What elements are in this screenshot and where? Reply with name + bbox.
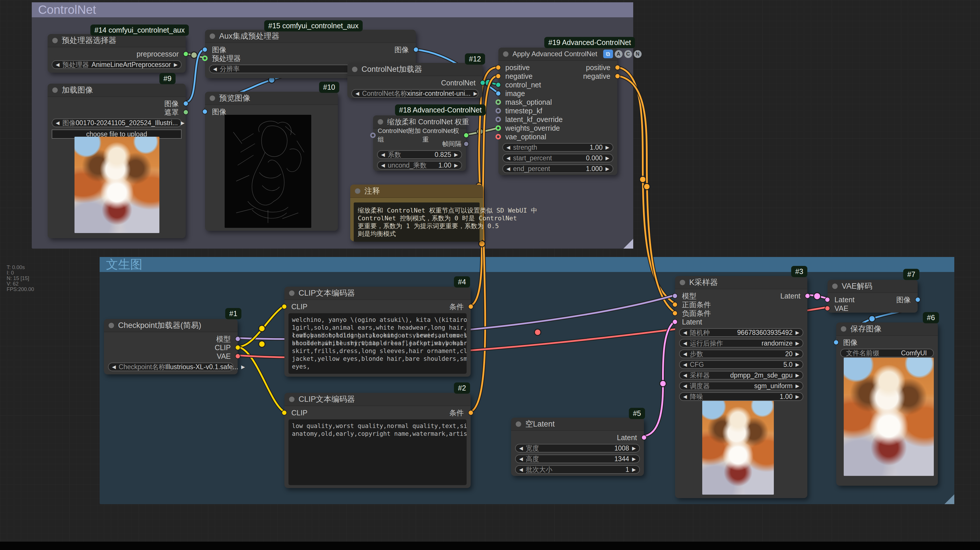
- arrow-left-icon[interactable]: ◀: [381, 152, 385, 158]
- slot-dot[interactable]: [235, 336, 240, 342]
- node-preprocessor-selector[interactable]: 预处理器选择器 preprocessor ◀ 预处理器 AnimeLineArt…: [48, 34, 186, 73]
- io-row[interactable]: 图像 图像: [205, 45, 416, 54]
- input-slot-negative[interactable]: 负面条件: [675, 309, 807, 317]
- arrow-right-icon[interactable]: ▶: [174, 62, 178, 68]
- node-header[interactable]: Checkpoint加载器(简易): [104, 319, 238, 332]
- widget-control-after-generate[interactable]: ◀ 运行后操作 randomize ▶: [679, 339, 803, 347]
- input-slot-mask-optional[interactable]: mask_optional: [498, 98, 617, 106]
- slot-dot[interactable]: [183, 51, 189, 57]
- arrow-right-icon[interactable]: ▶: [795, 351, 799, 357]
- widget-height[interactable]: ◀ 高度 1344 ▶: [515, 455, 640, 463]
- node-note[interactable]: 注释 缩放柔和 ControlNet 权重节点可以设置类似 SD WebUI 中…: [350, 185, 483, 241]
- arrow-left-icon[interactable]: ◀: [56, 120, 59, 126]
- widget-steps[interactable]: ◀ 步数 20 ▶: [679, 350, 803, 358]
- slot-dot[interactable]: [833, 340, 839, 345]
- arrow-left-icon[interactable]: ◀: [683, 330, 687, 336]
- arrow-right-icon[interactable]: ▶: [606, 144, 609, 151]
- slot-dot[interactable]: [495, 108, 501, 114]
- input-slot-timestep-kf[interactable]: timestep_kf: [498, 106, 617, 115]
- combo-preprocessor[interactable]: ◀ 预处理器 AnimeLineArtPreprocessor ▶: [52, 60, 181, 69]
- slot-dot[interactable]: [235, 345, 240, 350]
- widget-uncond-multiplier[interactable]: ◀ uncond_乘数 1.00 ▶: [377, 161, 462, 170]
- arrow-left-icon[interactable]: ◀: [519, 445, 523, 451]
- prompt-textarea[interactable]: low quality,worst quality,normal quality…: [288, 419, 467, 485]
- node-ksampler[interactable]: K采样器 模型 Latent 正面条件 负面条件 Latent ◀: [675, 276, 807, 498]
- output-slot-latent[interactable]: Latent: [511, 433, 644, 442]
- collapse-dot-icon[interactable]: [52, 38, 58, 43]
- node-header[interactable]: Apply Advanced ControlNet ⧉ A C N: [498, 48, 617, 61]
- slot-dot[interactable]: [825, 297, 830, 303]
- arrow-right-icon[interactable]: ▶: [474, 90, 477, 97]
- arrow-left-icon[interactable]: ◀: [683, 394, 687, 400]
- arrow-left-icon[interactable]: ◀: [506, 155, 510, 161]
- collapse-dot-icon[interactable]: [210, 33, 215, 39]
- slot-dot[interactable]: [672, 319, 678, 325]
- collapse-dot-icon[interactable]: [841, 326, 846, 332]
- io-row-latent-image[interactable]: Latent 图像: [827, 295, 918, 304]
- slot-dot[interactable]: [480, 80, 485, 86]
- slot-dot[interactable]: [495, 134, 501, 139]
- node-header[interactable]: Aux集成预处理器: [205, 30, 416, 43]
- node-clip-text-encode-negative[interactable]: CLIP文本编码器 CLIP 条件 low quality,worst qual…: [285, 393, 471, 488]
- input-slot-vae-optional[interactable]: vae_optional: [498, 132, 617, 141]
- arrow-right-icon[interactable]: ▶: [795, 372, 799, 379]
- arrow-right-icon[interactable]: ▶: [454, 152, 458, 158]
- widget-denoise[interactable]: ◀ 降噪 1.00 ▶: [679, 392, 803, 401]
- slot-dot[interactable]: [672, 293, 678, 299]
- slot-dot[interactable]: [495, 82, 501, 88]
- io-row-weights[interactable]: ControlNet附加组 ControlNet权重: [373, 131, 466, 139]
- output-slot-image[interactable]: 图像: [48, 99, 186, 108]
- node-header[interactable]: 预处理器选择器: [48, 34, 186, 47]
- widget-scheduler[interactable]: ◀ 调度器 sgm_uniform ▶: [679, 382, 803, 390]
- node-header[interactable]: 注释: [350, 185, 483, 198]
- input-slot-image[interactable]: image: [498, 89, 617, 98]
- arrow-right-icon[interactable]: ▶: [795, 330, 799, 336]
- collapse-dot-icon[interactable]: [352, 67, 358, 72]
- node-header[interactable]: K采样器: [675, 276, 807, 289]
- node-header[interactable]: 加载图像: [48, 84, 186, 97]
- output-slot-mask[interactable]: 遮罩: [48, 108, 186, 117]
- graph-canvas[interactable]: ControlNet 文生图: [0, 0, 980, 550]
- widget-cfg[interactable]: ◀ CFG 5.0 ▶: [679, 360, 803, 369]
- widget-start-percent[interactable]: ◀ start_percent 0.000 ▶: [503, 154, 613, 162]
- slot-dot[interactable]: [282, 410, 287, 415]
- slot-dot[interactable]: [183, 109, 189, 115]
- io-row-clip-cond[interactable]: CLIP 条件: [285, 302, 471, 311]
- arrow-left-icon[interactable]: ◀: [683, 372, 687, 379]
- slot-dot[interactable]: [495, 65, 501, 70]
- node-header[interactable]: ControlNet加载器: [347, 63, 482, 76]
- widget-filename-prefix[interactable]: 文件名前缀 ComfyUI: [840, 349, 934, 357]
- arrow-right-icon[interactable]: ▶: [795, 340, 799, 346]
- io-row-negative[interactable]: negative negative: [498, 72, 617, 81]
- node-header[interactable]: 预览图像: [205, 92, 338, 105]
- collapse-dot-icon[interactable]: [52, 87, 58, 93]
- combo-checkpoint-name[interactable]: ◀ Checkpoint名称 Illustrious-XL-v0.1.safe.…: [108, 363, 234, 371]
- input-slot-latent[interactable]: Latent: [675, 317, 807, 326]
- arrow-left-icon[interactable]: ◀: [683, 383, 687, 389]
- collapse-dot-icon[interactable]: [108, 323, 114, 328]
- widget-end-percent[interactable]: ◀ end_percent 1.000 ▶: [503, 165, 613, 173]
- arrow-left-icon[interactable]: ◀: [213, 66, 217, 72]
- widget-sampler[interactable]: ◀ 采样器 dpmpp_2m_sde_gpu ▶: [679, 371, 803, 380]
- io-row-model-latent[interactable]: 模型 Latent: [675, 292, 807, 300]
- node-header[interactable]: CLIP文本编码器: [285, 287, 471, 300]
- input-slot-vae[interactable]: VAE: [827, 304, 918, 313]
- slot-dot[interactable]: [915, 297, 921, 303]
- slot-dot[interactable]: [672, 302, 678, 307]
- slot-dot[interactable]: [468, 410, 474, 415]
- slot-dot[interactable]: [615, 73, 620, 79]
- node-checkpoint-loader[interactable]: Checkpoint加载器(简易) 模型 CLIP VAE ◀ Checkpoi…: [104, 319, 238, 374]
- node-vae-decode[interactable]: VAE解码 Latent 图像 VAE: [827, 280, 918, 313]
- arrow-right-icon[interactable]: ▶: [632, 456, 636, 462]
- arrow-left-icon[interactable]: ◀: [683, 351, 687, 357]
- output-slot-vae[interactable]: VAE: [104, 352, 238, 360]
- arrow-right-icon[interactable]: ▶: [632, 445, 636, 451]
- slot-dot[interactable]: [468, 304, 474, 309]
- slot-dot[interactable]: [615, 65, 620, 70]
- arrow-right-icon[interactable]: ▶: [795, 394, 799, 400]
- slot-dot[interactable]: [202, 109, 208, 114]
- note-text[interactable]: 缩放柔和 ControlNet 权重节点可以设置类似 SD WebUI 中 Co…: [354, 203, 480, 242]
- prompt-textarea[interactable]: welchino, yanyo \(ogino atsuki\), kita \…: [288, 313, 467, 374]
- output-slot-clip[interactable]: CLIP: [104, 343, 238, 352]
- arrow-right-icon[interactable]: ▶: [454, 162, 458, 168]
